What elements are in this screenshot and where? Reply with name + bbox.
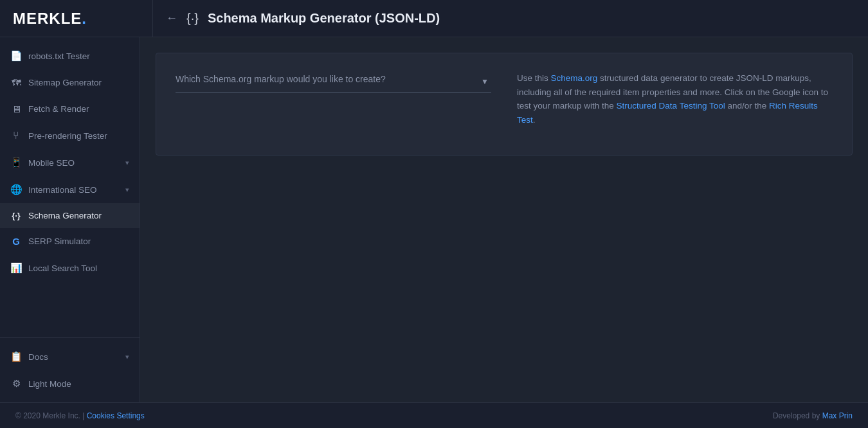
sidebar-item-label: Sitemap Generator bbox=[28, 78, 129, 87]
mobile-icon: 📱 bbox=[10, 157, 22, 168]
sidebar-footer: 📋 Docs ▾ ⚙ Light Mode bbox=[0, 337, 140, 402]
sidebar-item-sitemap-generator[interactable]: 🗺 Sitemap Generator bbox=[0, 69, 140, 96]
sidebar-item-label: Fetch & Render bbox=[28, 104, 129, 114]
info-suffix: . bbox=[533, 115, 536, 125]
schema-gen-icon: {·} bbox=[10, 211, 22, 220]
sidebar-item-robots-txt-tester[interactable]: 📄 robots.txt Tester bbox=[0, 42, 140, 69]
logo: MERKLE. bbox=[13, 0, 153, 37]
sidebar-item-label: robots.txt Tester bbox=[28, 51, 129, 61]
fetch-icon: 🖥 bbox=[10, 103, 22, 114]
chevron-down-icon: ▾ bbox=[125, 186, 129, 194]
sidebar-item-schema-generator[interactable]: {·} Schema Generator bbox=[0, 203, 140, 228]
back-icon[interactable]: ← bbox=[166, 12, 177, 25]
robots-txt-icon: 📄 bbox=[10, 50, 22, 62]
footer-developer: Developed by Max Prin bbox=[773, 411, 853, 420]
sidebar-item-label: Schema Generator bbox=[28, 211, 129, 220]
sidebar-item-light-mode[interactable]: ⚙ Light Mode bbox=[0, 370, 140, 397]
schema-type-select[interactable]: Which Schema.org markup would you like t… bbox=[176, 71, 491, 87]
serp-icon: G bbox=[10, 236, 22, 247]
chevron-down-icon: ▾ bbox=[125, 353, 129, 361]
sidebar-item-label: Docs bbox=[28, 352, 119, 362]
sidebar: 📄 robots.txt Tester 🗺 Sitemap Generator … bbox=[0, 37, 140, 402]
sidebar-item-label: International SEO bbox=[28, 185, 119, 195]
sidebar-item-serp-simulator[interactable]: G SERP Simulator bbox=[0, 228, 140, 254]
sidebar-item-fetch-render[interactable]: 🖥 Fetch & Render bbox=[0, 96, 140, 122]
copyright-text: © 2020 Merkle Inc. | bbox=[15, 411, 84, 420]
prerender-icon: ⑂ bbox=[10, 130, 22, 141]
content-card: Which Schema.org markup would you like t… bbox=[156, 53, 853, 156]
sidebar-item-label: Light Mode bbox=[28, 379, 129, 389]
local-search-icon: 📊 bbox=[10, 262, 22, 274]
main-content: Which Schema.org markup would you like t… bbox=[140, 37, 868, 402]
sidebar-item-prerendering-tester[interactable]: ⑂ Pre-rendering Tester bbox=[0, 122, 140, 149]
developed-by-text: Developed by bbox=[773, 411, 820, 420]
sidebar-item-label: Pre-rendering Tester bbox=[28, 131, 129, 141]
sidebar-item-international-seo[interactable]: 🌐 International SEO ▾ bbox=[0, 176, 140, 203]
sidebar-nav: 📄 robots.txt Tester 🗺 Sitemap Generator … bbox=[0, 37, 140, 337]
developer-link[interactable]: Max Prin bbox=[822, 411, 853, 420]
sdtt-link[interactable]: Structured Data Testing Tool bbox=[617, 101, 725, 111]
chevron-down-icon: ▾ bbox=[125, 159, 129, 167]
page-title: Schema Markup Generator (JSON-LD) bbox=[208, 11, 440, 26]
docs-icon: 📋 bbox=[10, 351, 22, 362]
app-header: MERKLE. ← {·} Schema Markup Generator (J… bbox=[0, 0, 868, 37]
sidebar-item-label: Mobile SEO bbox=[28, 158, 119, 168]
sidebar-item-local-search-tool[interactable]: 📊 Local Search Tool bbox=[0, 254, 140, 281]
settings-icon: ⚙ bbox=[10, 378, 22, 389]
sidebar-item-docs[interactable]: 📋 Docs ▾ bbox=[0, 343, 140, 370]
sidebar-item-label: SERP Simulator bbox=[28, 236, 129, 246]
logo-text: MERKLE. bbox=[13, 10, 87, 28]
header-right: ← {·} Schema Markup Generator (JSON-LD) bbox=[153, 11, 440, 26]
schema-icon: {·} bbox=[186, 11, 199, 26]
app-footer: © 2020 Merkle Inc. | Cookies Settings De… bbox=[0, 402, 868, 428]
sitemap-icon: 🗺 bbox=[10, 77, 22, 88]
info-and: and/or the bbox=[725, 101, 769, 111]
cookies-settings-link[interactable]: Cookies Settings bbox=[87, 411, 145, 420]
info-prefix: Use this bbox=[517, 73, 551, 83]
info-section: Use this Schema.org structured data gene… bbox=[517, 71, 833, 127]
dropdown-section: Which Schema.org markup would you like t… bbox=[176, 71, 491, 93]
globe-icon: 🌐 bbox=[10, 184, 22, 195]
footer-copyright: © 2020 Merkle Inc. | Cookies Settings bbox=[15, 411, 145, 420]
sidebar-item-mobile-seo[interactable]: 📱 Mobile SEO ▾ bbox=[0, 149, 140, 176]
layout: 📄 robots.txt Tester 🗺 Sitemap Generator … bbox=[0, 37, 868, 402]
schema-org-link[interactable]: Schema.org bbox=[551, 73, 598, 83]
sidebar-item-label: Local Search Tool bbox=[28, 263, 129, 273]
schema-dropdown-wrapper: Which Schema.org markup would you like t… bbox=[176, 71, 491, 93]
